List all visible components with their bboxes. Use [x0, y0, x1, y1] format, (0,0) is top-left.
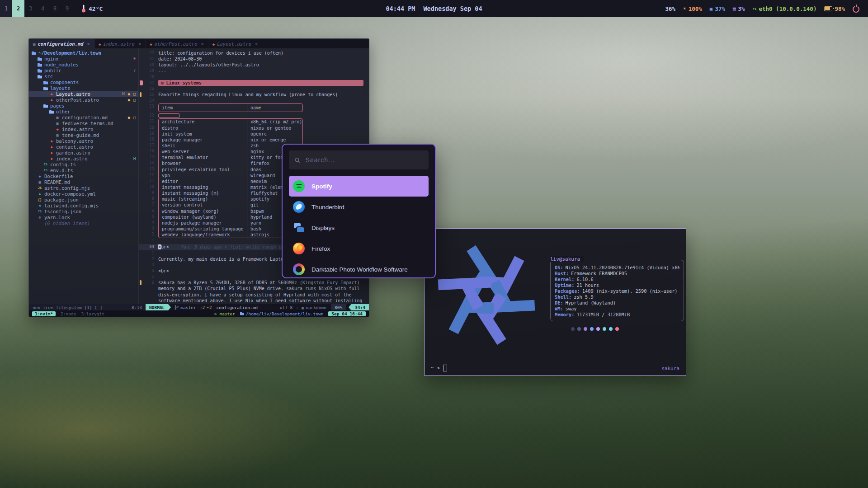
tmux-window[interactable]: 2:node — [61, 311, 76, 316]
tree-item[interactable]: garden.astro — [29, 150, 138, 156]
editor-tab[interactable]: configuration.md — [29, 39, 94, 48]
module-icon — [733, 6, 736, 12]
workspace-button[interactable]: 4 — [37, 0, 49, 17]
tmux-datetime: Sep 04 16:44 — [328, 311, 366, 316]
launcher-item[interactable]: Displays — [289, 217, 429, 238]
tree-item[interactable]: docker-compose.yml — [29, 191, 138, 197]
file-icon — [42, 86, 49, 91]
close-tab-icon[interactable] — [201, 41, 203, 47]
prompt-path: ~ — [431, 365, 434, 371]
launcher-item[interactable]: Darktable Photo Workflow Software — [289, 259, 429, 277]
status-module[interactable]: 36% — [663, 5, 675, 12]
search-input[interactable] — [305, 156, 423, 164]
tree-item[interactable]: other — [29, 109, 138, 115]
tree-item[interactable]: tailwind.config.mjs — [29, 203, 138, 209]
tree-item[interactable]: Dockerfile — [29, 174, 138, 179]
file-icon — [48, 92, 55, 97]
workspace-button[interactable]: 1 — [0, 0, 12, 17]
tree-item[interactable]: layouts — [29, 85, 138, 91]
tree-item[interactable]: Layout.astro H ● □ — [29, 91, 138, 97]
tree-item[interactable]: index.astro — [29, 127, 138, 132]
module-value: eth0 (10.0.0.140) — [759, 5, 816, 12]
line-number: 13 — [142, 166, 158, 172]
status-module[interactable]: eth0 (10.0.0.140) — [753, 5, 817, 12]
table-col-header: item — [159, 105, 247, 111]
temperature-module: 42°C — [81, 5, 103, 13]
status-module[interactable]: 98% — [824, 5, 845, 12]
editor-tab[interactable]: Layout.astro — [208, 39, 263, 48]
fetch-label: Memory: — [555, 312, 574, 317]
workspace-button[interactable]: 9 — [61, 0, 73, 17]
git-sign — [140, 263, 142, 267]
table-cell-item: web server — [159, 149, 247, 155]
tree-item[interactable]: pages — [29, 103, 138, 109]
module-value: 36% — [665, 5, 675, 12]
tree-item[interactable]: config.ts — [29, 162, 138, 168]
table-row: init system openrc — [159, 131, 302, 137]
tmux-windows: 1:nvim*2:node3:lazygit — [32, 311, 109, 316]
file-name: tailwind.config.mjs — [44, 203, 99, 209]
tree-item[interactable]: astro.config.mjs — [29, 185, 138, 191]
tree-item[interactable]: ~/Development/liv.town — [29, 50, 138, 56]
tree-item[interactable]: node_modules — [29, 62, 138, 68]
tree-item[interactable]: env.d.ts — [29, 168, 138, 174]
tree-item[interactable]: otherPost.astro ● □ — [29, 97, 138, 103]
line-text: --- — [158, 68, 166, 74]
tree-item[interactable]: tsconfig.json — [29, 209, 138, 215]
tree-item[interactable]: yarn.lock — [29, 215, 138, 221]
fetch-label: DE: — [555, 300, 563, 305]
file-name: pages — [50, 103, 65, 109]
workspace-button[interactable]: 3 — [24, 0, 37, 17]
editor-tab[interactable]: otherPost.astro — [146, 39, 208, 48]
file-name: Layout.astro — [56, 91, 90, 97]
table-row: editor neovim — [159, 178, 302, 184]
tree-item[interactable]: components — [29, 80, 138, 85]
module-value: 98% — [835, 5, 845, 12]
close-tab-icon[interactable] — [255, 41, 258, 47]
tree-item[interactable]: fediverse-terms.md — [29, 121, 138, 127]
tmux-window[interactable]: 3:lazygit — [81, 311, 104, 316]
launcher-item[interactable]: Thunderbird — [289, 197, 429, 217]
status-module[interactable]: 3% — [733, 5, 745, 12]
tree-item[interactable]: tone-guide.md — [29, 132, 138, 138]
tree-item[interactable]: public ? — [29, 68, 138, 74]
tree-item[interactable]: README.md — [29, 179, 138, 185]
tree-item[interactable]: (6 hidden items) — [29, 221, 138, 226]
statusline: neo-tree filesystem [1] [-] 8:13 NORMAL … — [29, 304, 369, 310]
line-number: 25 — [142, 92, 158, 98]
table-row: terminal emulator kitty or foot — [159, 155, 302, 160]
tree-item[interactable]: package.json — [29, 197, 138, 203]
table-cell-item: browser — [159, 160, 247, 166]
file-icon — [54, 133, 61, 138]
tree-item[interactable]: contact.astro — [29, 144, 138, 150]
terminal-window[interactable]: liv@sakura OS:NixOS 24.11.20240828.71e91… — [424, 228, 686, 376]
status-module[interactable]: 37% — [710, 5, 725, 12]
tree-item[interactable]: configuration.md ● □ — [29, 115, 138, 121]
editor-tab[interactable]: index.astro — [94, 39, 146, 48]
workspace-button[interactable]: 8 — [49, 0, 61, 17]
tree-item[interactable]: src — [29, 74, 138, 80]
file-icon — [48, 157, 55, 161]
close-tab-icon[interactable] — [138, 41, 141, 47]
close-tab-icon[interactable] — [87, 41, 90, 47]
line-text: layout: ../../layouts/otherPost.astro — [158, 62, 259, 68]
app-icon — [293, 243, 305, 254]
table-row: shell zsh — [159, 143, 302, 149]
workspace-button[interactable]: 2 — [12, 0, 24, 17]
launcher-item[interactable]: Spotify — [289, 176, 429, 197]
vim-mode-indicator: NORMAL — [146, 304, 168, 310]
tree-item[interactable]: nginx E — [29, 56, 138, 62]
search-box[interactable] — [289, 150, 429, 169]
search-icon — [294, 157, 301, 164]
tree-item[interactable]: index.astro H — [29, 156, 138, 162]
table-cell-name: nix or emerge — [247, 137, 302, 143]
git-branch: master — [175, 305, 196, 310]
file-name: env.d.ts — [50, 168, 73, 174]
tree-item[interactable]: balcony.astro — [29, 138, 138, 144]
tmux-window[interactable]: 1:nvim* — [32, 311, 56, 316]
status-module[interactable] — [853, 5, 862, 13]
shell-prompt[interactable]: ~ > — [431, 365, 447, 371]
launcher-item[interactable]: Firefox — [289, 238, 429, 259]
status-module[interactable]: 100% — [683, 5, 702, 12]
file-icon — [37, 216, 43, 220]
